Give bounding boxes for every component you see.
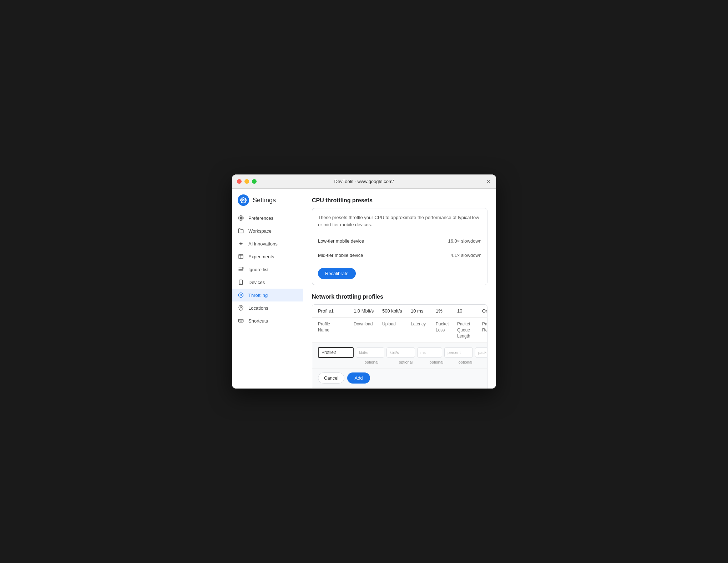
title-bar: DevTools - www.google.com/ × (232, 174, 496, 189)
svg-rect-12 (238, 319, 243, 322)
network-section-title: Network throttling profiles (312, 294, 487, 300)
main-content: CPU throttling presets These presets thr… (303, 189, 496, 389)
workspace-icon (238, 228, 244, 234)
add-profile-inputs-row: optional optional optional optional opti… (312, 343, 487, 369)
header-packet-queue: PacketQueueLength (457, 321, 482, 339)
sidebar-item-experiments[interactable]: Experiments (232, 250, 303, 263)
preferences-label: Preferences (248, 215, 273, 221)
header-packet-loss: PacketLoss (436, 321, 457, 333)
cpu-preset-mid: Mid-tier mobile device 4.1× slowdown (318, 248, 481, 262)
network-throttling-box: Profile1 1.0 Mbit/s 500 kbit/s 10 ms 1% … (312, 304, 487, 389)
cancel-button[interactable]: Cancel (318, 372, 344, 384)
app-body: Settings Preferences Workspace (232, 189, 496, 389)
optional-queue: optional (480, 360, 487, 364)
minimize-traffic-light[interactable] (244, 179, 249, 184)
profile1-name: Profile1 (318, 308, 354, 314)
sidebar-item-ignore-list[interactable]: Ignore list (232, 263, 303, 276)
svg-point-9 (238, 293, 243, 297)
new-profile-name-input[interactable] (318, 347, 354, 358)
optional-latency: optional (422, 360, 451, 364)
locations-label: Locations (248, 305, 268, 311)
cpu-section-title: CPU throttling presets (312, 197, 487, 204)
sidebar-item-locations[interactable]: Locations (232, 301, 303, 314)
header-latency: Latency (411, 321, 436, 327)
sidebar-settings-title: Settings (253, 197, 276, 204)
sidebar-item-workspace[interactable]: Workspace (232, 224, 303, 237)
profile1-queue: 10 (457, 308, 482, 314)
cpu-throttling-section: CPU throttling presets These presets thr… (312, 197, 487, 285)
settings-logo-icon (238, 194, 249, 206)
optional-download: optional (354, 360, 389, 364)
profile1-packet-loss: 1% (436, 308, 457, 314)
optional-upload: optional (391, 360, 420, 364)
preferences-icon (238, 215, 244, 221)
new-profile-queue-input[interactable] (475, 348, 487, 357)
new-profile-download-input[interactable] (356, 348, 384, 357)
close-traffic-light[interactable] (237, 179, 242, 184)
header-download: Download (354, 321, 382, 327)
cpu-preset-low: Low-tier mobile device 16.0× slowdown (318, 234, 481, 248)
svg-point-10 (240, 294, 242, 296)
devtools-window: DevTools - www.google.com/ × Settings (232, 174, 496, 389)
devices-icon (238, 279, 244, 285)
sidebar-item-throttling[interactable]: Throttling (232, 289, 303, 301)
sidebar-item-preferences[interactable]: Preferences (232, 212, 303, 224)
ai-innovations-icon: ✦ (238, 240, 244, 247)
locations-icon (238, 305, 244, 311)
optional-packet-loss: optional (453, 360, 478, 364)
header-packet-reordering: PacketReordering (482, 321, 487, 333)
add-profile-row: + Add profile (312, 387, 487, 389)
maximize-traffic-light[interactable] (252, 179, 257, 184)
cpu-description: These presets throttle your CPU to appro… (318, 214, 481, 228)
svg-rect-7 (239, 280, 242, 284)
ai-innovations-label: AI innovations (248, 241, 278, 247)
cpu-preset-mid-value: 4.1× slowdown (451, 253, 481, 258)
throttling-icon (238, 292, 244, 298)
traffic-lights (237, 179, 257, 184)
experiments-label: Experiments (248, 254, 274, 259)
network-throttling-section: Network throttling profiles Profile1 1.0… (312, 294, 487, 389)
svg-point-11 (240, 307, 242, 308)
sidebar-item-ai-innovations[interactable]: ✦ AI innovations (232, 237, 303, 250)
ignore-list-label: Ignore list (248, 267, 268, 272)
profile1-latency: 10 ms (411, 308, 436, 314)
sidebar-item-devices[interactable]: Devices (232, 276, 303, 289)
recalibrate-button[interactable]: Recalibrate (318, 268, 356, 279)
experiments-icon (238, 253, 244, 260)
add-button[interactable]: Add (347, 372, 370, 384)
cpu-preset-low-value: 16.0× slowdown (448, 238, 481, 244)
cpu-preset-low-label: Low-tier mobile device (318, 238, 364, 244)
add-row-inputs-grid (318, 347, 481, 358)
add-row-optional-labels: optional optional optional optional opti… (318, 360, 481, 364)
sidebar-item-shortcuts[interactable]: Shortcuts (232, 314, 303, 327)
throttling-label: Throttling (248, 293, 268, 298)
profile1-upload: 500 kbit/s (382, 308, 411, 314)
svg-point-0 (243, 199, 244, 201)
cpu-preset-mid-label: Mid-tier mobile device (318, 253, 363, 258)
shortcuts-icon (238, 318, 244, 324)
sidebar-header: Settings (232, 194, 303, 212)
devices-label: Devices (248, 280, 265, 285)
new-profile-latency-input[interactable] (417, 348, 442, 357)
shortcuts-label: Shortcuts (248, 318, 268, 324)
new-profile-packet-loss-input[interactable] (444, 348, 473, 357)
sidebar: Settings Preferences Workspace (232, 189, 303, 389)
header-upload: Upload (382, 321, 411, 327)
table-header-row: ProfileName Download Upload Latency Pack… (312, 318, 487, 343)
profile1-download: 1.0 Mbit/s (354, 308, 382, 314)
profile1-reordering: On (482, 308, 487, 314)
header-profile-name: ProfileName (318, 321, 354, 333)
add-row-actions: Cancel Add (312, 369, 487, 387)
new-profile-upload-input[interactable] (386, 348, 415, 357)
window-title: DevTools - www.google.com/ (334, 179, 394, 184)
workspace-label: Workspace (248, 228, 272, 234)
existing-profile-row: Profile1 1.0 Mbit/s 500 kbit/s 10 ms 1% … (312, 305, 487, 318)
cpu-throttling-box: These presets throttle your CPU to appro… (312, 208, 487, 285)
close-button[interactable]: × (486, 178, 490, 185)
svg-point-1 (240, 217, 242, 219)
ignore-list-icon (238, 266, 244, 273)
